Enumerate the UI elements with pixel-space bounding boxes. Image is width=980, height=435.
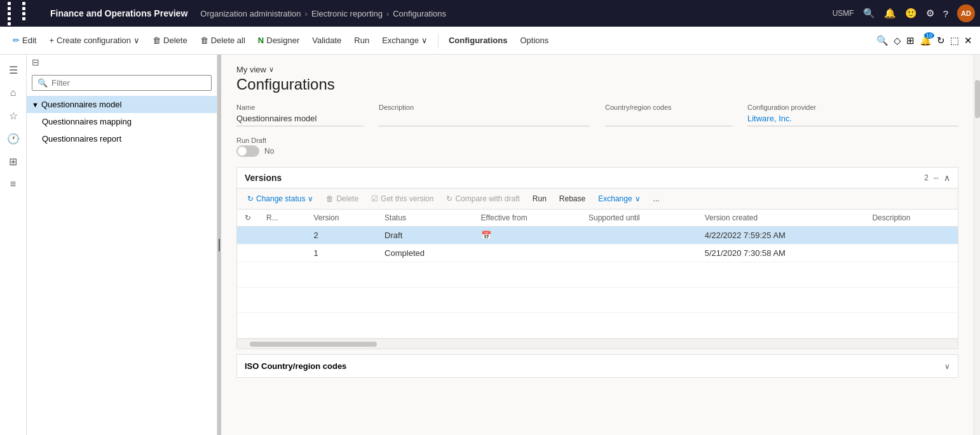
name-group: Name Questionnaires model bbox=[236, 104, 364, 126]
emoji-icon[interactable]: 🙂 bbox=[905, 8, 917, 19]
run-button[interactable]: Run bbox=[349, 33, 374, 48]
change-status-chevron: ∨ bbox=[308, 194, 313, 203]
my-view-chevron: ∨ bbox=[269, 65, 274, 74]
content-panel: My view ∨ Configurations Name Questionna… bbox=[221, 55, 974, 435]
description-group: Description bbox=[379, 104, 590, 126]
tree-item-questionnaires-mapping[interactable]: Questionnaires mapping bbox=[27, 113, 217, 130]
edit-button[interactable]: ✏ Edit bbox=[8, 33, 41, 48]
get-version-icon: ☑ bbox=[371, 194, 378, 203]
breadcrumb-configs[interactable]: Configurations bbox=[393, 9, 446, 18]
expand-icon[interactable]: ⊞ bbox=[906, 35, 915, 46]
tree-item-questionnaires-model[interactable]: ▼ Questionnaires model bbox=[27, 96, 217, 113]
col-version: Version bbox=[306, 210, 377, 227]
run-draft-toggle[interactable] bbox=[236, 145, 259, 157]
help-icon[interactable]: ? bbox=[943, 8, 948, 19]
row1-r bbox=[259, 227, 306, 244]
apps-icon[interactable] bbox=[5, 0, 37, 28]
user-avatar[interactable]: AD bbox=[957, 4, 975, 22]
change-status-button[interactable]: ↻ Change status ∨ bbox=[242, 192, 318, 205]
more-button[interactable]: ... bbox=[648, 192, 665, 205]
form-row: Name Questionnaires model Description Co… bbox=[236, 104, 958, 126]
row1-sync bbox=[237, 227, 259, 244]
versions-toolbar: ↻ Change status ∨ 🗑 Delete ☑ Get this ve… bbox=[237, 189, 958, 210]
right-scrollbar-thumb[interactable] bbox=[975, 80, 980, 118]
close-icon[interactable]: ✕ bbox=[964, 35, 972, 46]
versions-table-head: ↻ R... Version Status Effective from Sup… bbox=[237, 210, 958, 227]
sidebar-favorites-icon[interactable]: ☆ bbox=[3, 105, 24, 126]
versions-section: Versions 2 -- ∧ ↻ Change status ∨ 🗑 Dele… bbox=[236, 167, 958, 349]
designer-button[interactable]: N Designer bbox=[253, 33, 304, 48]
row1-description bbox=[864, 227, 958, 244]
create-configuration-button[interactable]: + Create configuration ∨ bbox=[44, 33, 145, 48]
versions-collapse-icon[interactable]: ∧ bbox=[944, 173, 950, 183]
filter-container: 🔍 bbox=[27, 70, 217, 96]
sidebar-recent-icon[interactable]: 🕐 bbox=[3, 128, 24, 149]
col-description: Description bbox=[864, 210, 958, 227]
exchange-button[interactable]: Exchange ∨ bbox=[377, 33, 433, 48]
table-row[interactable]: 2 Draft 📅 4/22/2022 7:59:25 AM bbox=[237, 227, 958, 244]
toggle-knob bbox=[238, 147, 247, 156]
breadcrumb: Organization administration › Electronic… bbox=[200, 9, 827, 18]
sidebar-modules-icon[interactable]: ≡ bbox=[3, 174, 24, 194]
change-status-icon: ↻ bbox=[247, 194, 254, 203]
versions-run-button[interactable]: Run bbox=[527, 192, 552, 205]
toolbar-separator bbox=[438, 33, 439, 48]
calendar-icon[interactable]: 📅 bbox=[481, 231, 491, 240]
sidebar-menu-icon[interactable]: ☰ bbox=[3, 60, 24, 80]
compare-icon: ↻ bbox=[446, 194, 453, 203]
badge-icon[interactable]: 🔔10 bbox=[920, 35, 932, 46]
rebase-button[interactable]: Rebase bbox=[554, 192, 590, 205]
breadcrumb-er[interactable]: Electronic reporting bbox=[311, 9, 383, 18]
designer-icon: N bbox=[258, 36, 264, 45]
sidebar-workspaces-icon[interactable]: ⊞ bbox=[3, 151, 24, 171]
delete-all-icon: 🗑 bbox=[200, 36, 208, 45]
row1-version-created: 4/22/2022 7:59:25 AM bbox=[697, 227, 865, 244]
breadcrumb-sep-2: › bbox=[386, 9, 389, 18]
iso-chevron-icon: ∨ bbox=[944, 362, 950, 371]
row2-version-created: 5/21/2020 7:30:58 AM bbox=[697, 244, 865, 262]
bell-icon[interactable]: 🔔 bbox=[884, 8, 896, 19]
filter-icon[interactable]: ⊟ bbox=[32, 57, 39, 67]
delete-all-button[interactable]: 🗑 Delete all bbox=[195, 33, 250, 48]
popout-icon[interactable]: ⬚ bbox=[950, 35, 959, 46]
right-scrollbar[interactable] bbox=[974, 55, 980, 435]
table-row[interactable]: 1 Completed 5/21/2020 7:30:58 AM bbox=[237, 244, 958, 262]
row2-effective-from bbox=[473, 244, 581, 262]
search-toolbar-icon[interactable]: 🔍 bbox=[876, 35, 888, 46]
breadcrumb-org[interactable]: Organization administration bbox=[200, 9, 301, 18]
configurations-button[interactable]: Configurations bbox=[444, 33, 512, 48]
settings-icon[interactable]: ⚙ bbox=[926, 8, 934, 19]
delete-button[interactable]: 🗑 Delete bbox=[147, 33, 193, 48]
edit-icon: ✏ bbox=[13, 36, 20, 45]
col-status: Status bbox=[377, 210, 473, 227]
versions-header: Versions 2 -- ∧ bbox=[237, 168, 958, 189]
versions-delete-button[interactable]: 🗑 Delete bbox=[321, 192, 364, 205]
my-view-selector[interactable]: My view ∨ bbox=[236, 65, 958, 74]
row2-supported-until bbox=[581, 244, 697, 262]
col-r: R... bbox=[259, 210, 306, 227]
main-layout: ☰ ⌂ ☆ 🕐 ⊞ ≡ ⊟ 🔍 ▼ Questionnaires model Q… bbox=[0, 55, 980, 435]
row1-version: 2 bbox=[306, 227, 377, 244]
tree-toolbar: ⊟ bbox=[27, 55, 217, 70]
run-draft-value: No bbox=[264, 147, 274, 156]
search-icon[interactable]: 🔍 bbox=[863, 8, 875, 19]
sidebar-home-icon[interactable]: ⌂ bbox=[3, 83, 24, 103]
filter-input[interactable] bbox=[51, 78, 206, 88]
resize-handle[interactable] bbox=[217, 55, 221, 435]
compare-draft-button[interactable]: ↻ Compare with draft bbox=[441, 192, 524, 205]
iso-header[interactable]: ISO Country/region codes ∨ bbox=[237, 355, 958, 377]
horizontal-scrollbar[interactable] bbox=[237, 338, 958, 349]
row2-status: Completed bbox=[377, 244, 473, 262]
get-version-button[interactable]: ☑ Get this version bbox=[366, 192, 439, 205]
diamond-icon[interactable]: ◇ bbox=[894, 35, 901, 46]
options-button[interactable]: Options bbox=[515, 33, 554, 48]
validate-button[interactable]: Validate bbox=[307, 33, 346, 48]
refresh-icon[interactable]: ↻ bbox=[937, 35, 945, 46]
scrollbar-thumb[interactable] bbox=[250, 342, 377, 347]
sync-icon: ↻ bbox=[245, 213, 251, 222]
tree-item-questionnaires-report[interactable]: Questionnaires report bbox=[27, 130, 217, 147]
versions-exchange-button[interactable]: Exchange ∨ bbox=[593, 192, 645, 205]
page-title: Configurations bbox=[236, 76, 958, 93]
col-supported-until: Supported until bbox=[581, 210, 697, 227]
table-row-empty-1 bbox=[237, 262, 958, 288]
